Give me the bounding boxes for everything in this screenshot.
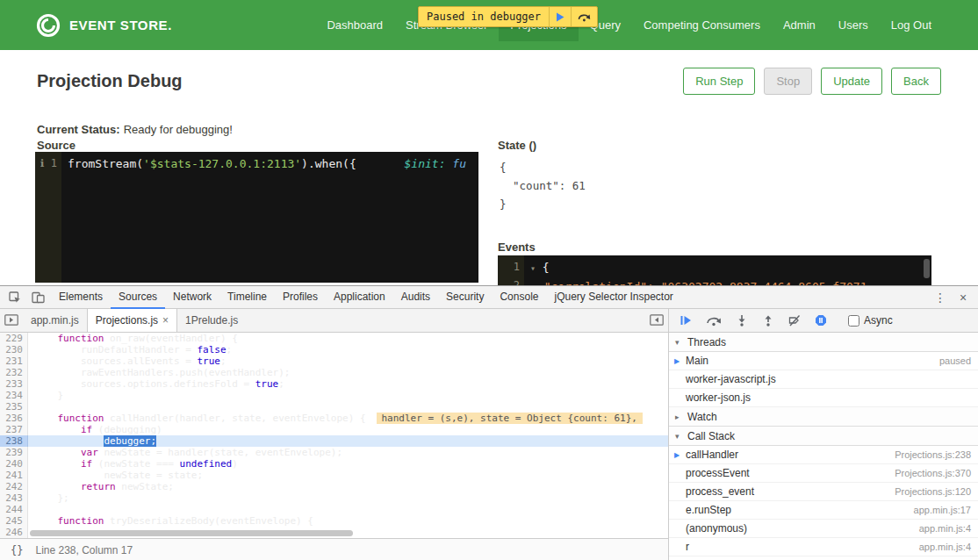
banner-resume-icon[interactable] [549, 7, 571, 26]
file-tab-app-min-js[interactable]: app.min.js [23, 309, 87, 332]
gutter-line-229[interactable]: 229 [0, 333, 28, 344]
chevron-down-icon: ▾ [675, 432, 682, 441]
file-tab-projections-js[interactable]: Projections.js× [87, 309, 177, 332]
watch-section-header[interactable]: ▸ Watch [669, 407, 978, 427]
file-tab-1prelude-js[interactable]: 1Prelude.js [177, 309, 246, 332]
gutter-line-232[interactable]: 232 [0, 367, 28, 378]
gutter-line-233[interactable]: 233 [0, 378, 28, 390]
events-scrollbar[interactable] [924, 259, 930, 278]
back-button[interactable]: Back [891, 68, 941, 95]
nav-item-admin[interactable]: Admin [772, 9, 827, 41]
horizontal-scrollbar[interactable] [30, 530, 353, 536]
code-line-234: 234 } [0, 390, 668, 401]
resume-script-icon[interactable] [680, 314, 692, 327]
gutter-line-240[interactable]: 240 [0, 458, 28, 470]
gutter-line-237[interactable]: 237 [0, 424, 28, 435]
frame-location: Projections.js:370 [886, 468, 971, 478]
brand[interactable]: EVENT STORE. [35, 12, 172, 39]
source-editor[interactable]: ℹ 1 fromStream('$stats-127.0.0.1:2113').… [35, 152, 478, 283]
gutter-line-235[interactable]: 235 [0, 401, 28, 413]
status-label: Current Status: [37, 123, 120, 136]
frame-function: processEvent [686, 467, 750, 479]
source-editor-gutter: ℹ 1 [35, 152, 61, 283]
async-checkbox[interactable] [848, 315, 859, 327]
frame-location: Projections.js:238 [886, 449, 971, 460]
deactivate-breakpoints-icon[interactable] [788, 314, 801, 327]
nav-item-dashboard[interactable]: Dashboard [315, 9, 394, 41]
stop-button[interactable]: Stop [764, 68, 812, 95]
source-code-line: fromStream('$stats-127.0.0.1:2113').when… [61, 152, 478, 283]
stack-frame-r[interactable]: rapp.min.js:4 [669, 538, 978, 556]
close-file-tab-icon[interactable]: × [162, 314, 169, 327]
pretty-print-icon[interactable]: {} [11, 544, 23, 556]
gutter-line-242[interactable]: 242 [0, 481, 28, 492]
code-line-237: 237 if (debugging) [0, 424, 668, 435]
gutter-line-241[interactable]: 241 [0, 470, 28, 481]
code-line-text: var newState = handler(state, eventEnvel… [28, 447, 668, 458]
device-toolbar-icon[interactable] [26, 286, 49, 308]
overflow-menu-icon[interactable]: ⋮ [929, 286, 952, 308]
devtools-tab-security[interactable]: Security [438, 286, 492, 309]
gutter-line-236[interactable]: 236 [0, 413, 28, 424]
gutter-line-245[interactable]: 245 [0, 515, 28, 527]
stack-frame-e-runstep[interactable]: e.runStepapp.min.js:17 [669, 501, 978, 520]
code-line-text: return newState; [28, 481, 668, 492]
gutter-line-246[interactable]: 246 [0, 527, 28, 538]
code-line-text: } [28, 390, 668, 401]
gutter-line-244[interactable]: 244 [0, 504, 28, 515]
file-tabbar: app.min.jsProjections.js×1Prelude.js [0, 309, 668, 333]
step-over-icon[interactable] [706, 314, 722, 327]
devtools-tab-jquery-selector-inspector[interactable]: jQuery Selector Inspector [546, 286, 680, 309]
thread-row-main[interactable]: ▶Mainpaused [669, 352, 978, 370]
page-title: Projection Debug [37, 71, 183, 91]
gutter-line-239[interactable]: 239 [0, 447, 28, 458]
nav-item-users[interactable]: Users [827, 9, 880, 41]
thread-row-worker-javascript-js[interactable]: worker-javascript.js [669, 370, 978, 389]
call-stack-section-header[interactable]: ▾ Call Stack [669, 427, 978, 446]
frame-function: (anonymous) [686, 522, 747, 535]
nav-item-competing-consumers[interactable]: Competing Consumers [632, 9, 772, 41]
devtools-tab-profiles[interactable]: Profiles [275, 286, 326, 309]
step-into-icon[interactable] [736, 314, 748, 327]
gutter-line-230[interactable]: 230 [0, 344, 28, 355]
stack-frame-process-event[interactable]: process_eventProjections.js:120 [669, 483, 978, 501]
run-step-button[interactable]: Run Step [683, 68, 755, 95]
gutter-line-243[interactable]: 243 [0, 492, 28, 504]
banner-step-over-icon[interactable] [571, 7, 597, 26]
threads-section-header[interactable]: ▾ Threads [669, 333, 978, 352]
gutter-line-231[interactable]: 231 [0, 355, 28, 367]
stack-frame-processevent[interactable]: processEventProjections.js:370 [669, 464, 978, 483]
stack-frame-anonymous[interactable]: (anonymous)app.min.js:4 [669, 520, 978, 538]
panel-toggle-icon[interactable] [645, 309, 668, 331]
update-button[interactable]: Update [821, 68, 882, 95]
code-line-240: 240 if (newState === undefined) [0, 458, 668, 470]
pause-on-exceptions-icon[interactable] [815, 314, 827, 327]
code-line-244: 244 [0, 504, 668, 515]
stack-frame-callhandler[interactable]: ▶callHandlerProjections.js:238 [669, 446, 978, 464]
info-icon: ℹ [40, 157, 45, 169]
devtools-tab-application[interactable]: Application [326, 286, 393, 309]
show-navigator-icon[interactable] [0, 309, 23, 331]
devtools-tab-elements[interactable]: Elements [51, 286, 111, 309]
close-devtools-icon[interactable]: × [952, 286, 974, 308]
frame-function: callHandler [686, 449, 738, 461]
devtools-tab-audits[interactable]: Audits [393, 286, 438, 309]
nav-item-log-out[interactable]: Log Out [880, 9, 943, 41]
title-row: Projection Debug Run StepStopUpdateBack [37, 68, 941, 95]
devtools-tab-timeline[interactable]: Timeline [219, 286, 275, 309]
gutter-line-234[interactable]: 234 [0, 390, 28, 401]
thread-row-worker-json-js[interactable]: worker-json.js [669, 389, 978, 407]
devtools-panel: ElementsSourcesNetworkTimelineProfilesAp… [0, 285, 978, 560]
devtools-tab-console[interactable]: Console [492, 286, 546, 309]
events-editor[interactable]: 12 ▾ { "correlationId": "06302702-8837-4… [498, 255, 931, 285]
devtools-tab-sources[interactable]: Sources [111, 286, 165, 309]
gutter-line-238[interactable]: 238 [0, 435, 28, 447]
call-stack-list: ▶callHandlerProjections.js:238processEve… [669, 446, 978, 556]
code-line-239: 239 var newState = handler(state, eventE… [0, 447, 668, 458]
file-tabs: app.min.jsProjections.js×1Prelude.js [23, 309, 246, 332]
devtools-tab-network[interactable]: Network [165, 286, 219, 309]
step-out-icon[interactable] [762, 314, 774, 327]
fold-icon[interactable]: ▾ [530, 263, 536, 273]
inspect-element-icon[interactable] [4, 286, 26, 308]
code-editor[interactable]: 229 function on_raw(eventHandler) {230 r… [0, 333, 668, 538]
